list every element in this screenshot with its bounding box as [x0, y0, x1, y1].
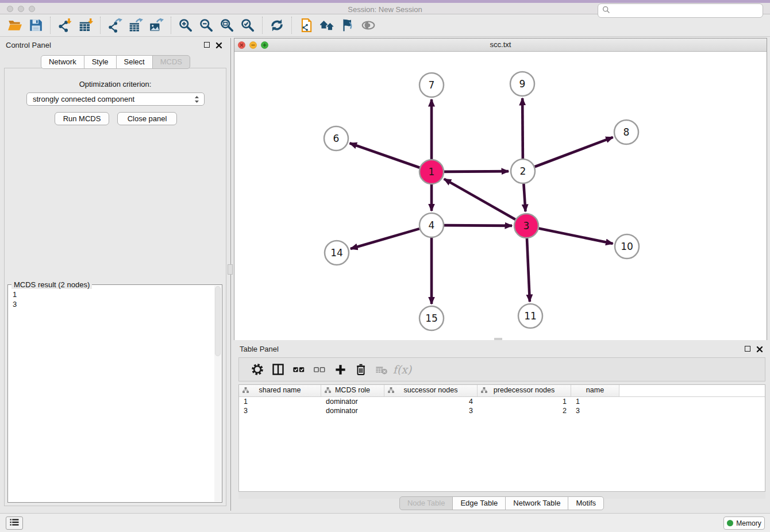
import-network-icon[interactable] — [55, 16, 75, 34]
run-mcds-button[interactable]: Run MCDS — [55, 112, 109, 125]
close-panel-button[interactable]: Close panel — [117, 112, 177, 125]
graph-node-9[interactable]: 9 — [510, 72, 534, 96]
table-cell[interactable]: dominator — [321, 406, 384, 415]
status-bar: Memory — [0, 513, 770, 532]
table-cell[interactable]: 3 — [239, 406, 321, 415]
graph-node-14[interactable]: 14 — [325, 241, 349, 265]
network-window-titlebar[interactable]: scc.txt — [234, 38, 767, 52]
edge-3-1[interactable] — [444, 179, 515, 219]
column-header-predecessor-nodes[interactable]: predecessor nodes — [478, 385, 571, 396]
graph-node-10[interactable]: 10 — [615, 234, 639, 259]
graph-node-8[interactable]: 8 — [614, 120, 638, 144]
result-scrollbar[interactable] — [214, 286, 221, 502]
level-of-detail-icon[interactable] — [358, 16, 379, 34]
zoom-out-icon[interactable] — [196, 16, 217, 34]
criterion-select[interactable]: strongly connected component — [26, 92, 205, 106]
unselect-all-columns-icon[interactable] — [309, 361, 330, 378]
table-header-row: shared nameMCDS rolesuccessor nodesprede… — [239, 385, 765, 397]
list-icon — [9, 518, 20, 529]
column-header-shared-name[interactable]: shared name — [239, 385, 321, 396]
clone-network-icon[interactable] — [296, 16, 317, 34]
apply-layout-icon[interactable] — [267, 16, 287, 34]
cybrowser-icon[interactable] — [337, 16, 358, 34]
table-cell[interactable]: dominator — [321, 397, 384, 406]
graph-node-3[interactable]: 3 — [514, 214, 538, 238]
graph-node-7[interactable]: 7 — [419, 73, 444, 97]
open-session-icon[interactable] — [5, 16, 25, 34]
memory-button[interactable]: Memory — [723, 516, 765, 530]
table-cell[interactable]: 4 — [384, 397, 478, 406]
add-column-icon[interactable] — [330, 361, 351, 378]
edge-2-3[interactable] — [523, 184, 525, 211]
edge-4-3[interactable] — [444, 225, 512, 226]
zoom-selected-icon[interactable] — [237, 16, 258, 34]
tab-network[interactable]: Network — [41, 55, 84, 69]
export-network-icon[interactable] — [105, 16, 125, 34]
column-header-label: shared name — [259, 386, 301, 394]
svg-text:14: 14 — [330, 247, 343, 259]
edge-2-8[interactable] — [535, 137, 613, 167]
zoom-in-icon[interactable] — [175, 16, 196, 34]
graph-node-4[interactable]: 4 — [419, 213, 444, 237]
import-table-icon[interactable] — [75, 16, 96, 34]
delete-column-icon[interactable] — [351, 361, 371, 378]
column-header-name[interactable]: name — [571, 385, 619, 396]
edge-4-14[interactable] — [351, 229, 419, 249]
result-item[interactable]: 1 — [13, 290, 214, 299]
network-view-window: scc.txt 7968124314101511 — [234, 38, 767, 340]
table-cell[interactable]: 3 — [384, 406, 478, 415]
table-toolbar: f(x) — [238, 357, 765, 381]
table-options-icon[interactable] — [247, 361, 268, 378]
table-cell[interactable]: 1 — [478, 397, 571, 406]
table-close-panel-icon[interactable] — [756, 345, 763, 352]
float-panel-icon[interactable] — [204, 42, 210, 48]
edge-3-11[interactable] — [527, 238, 530, 302]
tab-network-table[interactable]: Network Table — [505, 496, 568, 510]
network-canvas[interactable]: 7968124314101511 — [234, 52, 767, 340]
task-history-button[interactable] — [6, 516, 23, 530]
close-panel-icon[interactable] — [215, 41, 222, 48]
table-cell[interactable]: 3 — [571, 406, 619, 415]
search-input[interactable] — [611, 6, 763, 16]
tab-edge-table[interactable]: Edge Table — [452, 496, 506, 510]
table-panel: Table Panel f(x) shared nameMCDS rolesuc… — [234, 342, 770, 512]
search-box[interactable] — [598, 3, 763, 18]
tab-node-table[interactable]: Node Table — [399, 496, 453, 510]
table-cell[interactable]: 1 — [571, 397, 619, 406]
tab-style[interactable]: Style — [84, 55, 117, 69]
column-header-successor-nodes[interactable]: successor nodes — [384, 385, 478, 396]
save-session-icon[interactable] — [25, 16, 46, 34]
show-columns-icon[interactable] — [268, 361, 288, 378]
cyndex-icon[interactable] — [317, 16, 337, 34]
network-window-grip[interactable] — [494, 338, 502, 340]
export-image-icon[interactable] — [146, 16, 167, 34]
svg-text:2: 2 — [520, 165, 526, 177]
edge-3-10[interactable] — [539, 228, 613, 244]
network-graph[interactable]: 7968124314101511 — [234, 52, 767, 340]
table-row[interactable]: 3dominator323 — [239, 406, 765, 415]
edge-1-2[interactable] — [444, 171, 509, 172]
svg-text:4: 4 — [429, 219, 435, 231]
toolbar-separator — [100, 17, 101, 34]
graph-node-15[interactable]: 15 — [419, 306, 444, 330]
graph-node-1[interactable]: 1 — [419, 160, 444, 184]
edge-1-6[interactable] — [350, 143, 420, 167]
tab-select[interactable]: Select — [116, 55, 153, 69]
graph-node-2[interactable]: 2 — [511, 159, 535, 183]
graph-node-11[interactable]: 11 — [518, 304, 542, 328]
tab-mcds[interactable]: MCDS — [152, 55, 190, 69]
table-float-panel-icon[interactable] — [745, 346, 750, 352]
fit-content-icon[interactable] — [217, 16, 237, 34]
table-row[interactable]: 1dominator411 — [239, 397, 765, 406]
tab-motifs[interactable]: Motifs — [568, 496, 604, 510]
table-cell[interactable]: 2 — [478, 406, 571, 415]
column-header-MCDS-role[interactable]: MCDS role — [321, 385, 384, 396]
edge-2-9[interactable] — [522, 98, 523, 159]
toolbar-separator — [171, 17, 171, 34]
graph-node-6[interactable]: 6 — [324, 126, 348, 151]
result-item[interactable]: 3 — [13, 299, 214, 309]
panel-divider-grip[interactable] — [228, 264, 233, 275]
table-cell[interactable]: 1 — [239, 397, 321, 406]
select-all-columns-icon[interactable] — [288, 361, 309, 378]
export-table-icon[interactable] — [125, 16, 146, 34]
